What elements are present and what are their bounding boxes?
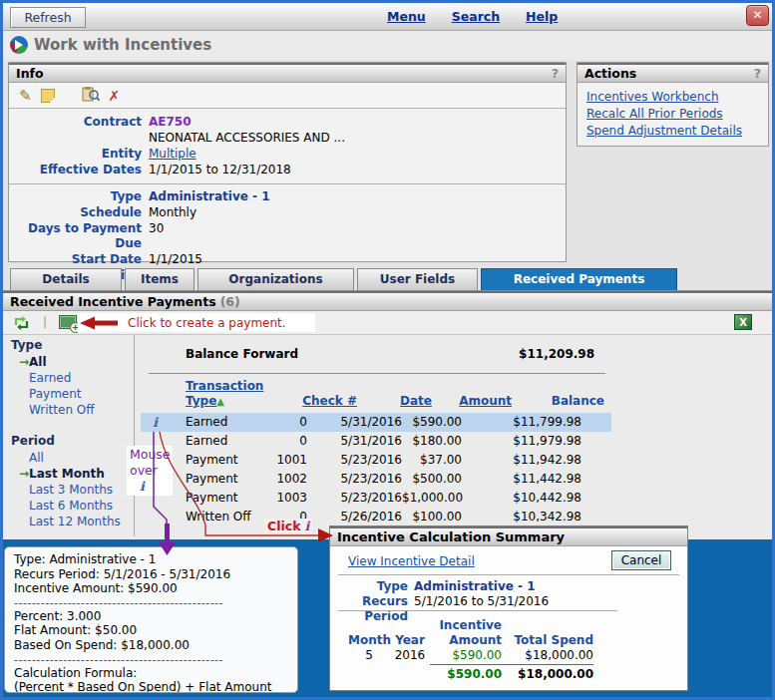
spend-adjustment-details-link[interactable]: Spend Adjustment Details [586, 124, 742, 138]
schedule-value: Monthly [149, 205, 196, 220]
filter-type-all[interactable]: → All [11, 354, 135, 370]
table-header-row: Transaction Type▲ Check # Date Amount Ba… [141, 379, 611, 409]
balance-forward-value: $11,209.98 [519, 347, 594, 361]
filter-sidebar: Type → All Earned Payment Written Off Pe… [11, 338, 135, 529]
tab-details[interactable]: Details [10, 268, 122, 290]
info-help-icon[interactable]: ? [552, 66, 559, 81]
entity-label: Entity [9, 147, 149, 162]
red-left-arrow-icon [78, 316, 120, 330]
start-date-label: Start Date [9, 252, 149, 267]
create-payment-annotation: Click to create a payment. [78, 313, 315, 332]
filter-period-last-6-months[interactable]: Last 6 Months [11, 498, 135, 514]
view-incentive-detail-link[interactable]: View Incentive Detail [348, 554, 475, 568]
tab-organizations[interactable]: Organizations [197, 268, 354, 290]
filter-type-payment-label: Payment [29, 387, 82, 401]
field-contract: Contract AE750 [9, 115, 566, 130]
filter-period-last-6-months-label: Last 6 Months [29, 499, 113, 513]
table-row[interactable]: Written Off 0 5/26/2016 $100.00 $10,342.… [141, 508, 611, 526]
refresh-button[interactable]: Refresh [10, 7, 86, 28]
filter-type-written-off-label: Written Off [29, 403, 95, 417]
help-link[interactable]: Help [526, 9, 558, 24]
tab-received-payments[interactable]: Received Payments [481, 268, 677, 291]
days-to-payment-label: Days to Payment Due [9, 221, 149, 251]
info-icon: i [140, 479, 145, 494]
note-icon[interactable] [41, 89, 55, 103]
menu-link[interactable]: Menu [387, 9, 426, 24]
click-i-annotation: Clicki [264, 519, 312, 533]
summary-col-incentive-line1: Incentive [430, 618, 502, 633]
summary-type-value: Administrative - 1 [414, 579, 536, 594]
page-title: Work with Incentives [34, 31, 211, 60]
filter-type-title: Type [11, 338, 135, 354]
filter-period-last-3-months[interactable]: Last 3 Months [11, 482, 135, 498]
summary-panel-title: Incentive Calculation Summary [337, 529, 565, 544]
column-amount[interactable]: Amount [432, 394, 512, 409]
title-bar: Work with Incentives [3, 31, 772, 60]
tab-items[interactable]: Items [125, 268, 194, 290]
summary-col-total-spend: Total Spend [502, 633, 593, 648]
top-toolbar: Refresh Menu Search Help ✕ [3, 3, 772, 31]
summary-type-row: Type Administrative - 1 [330, 579, 687, 594]
incentives-workbench-link[interactable]: Incentives Workbench [586, 90, 719, 104]
table-row[interactable]: Payment 1002 5/23/2016 $500.00 $11,442.9… [141, 470, 611, 489]
schedule-label: Schedule [9, 205, 149, 220]
sort-asc-icon: ▲ [216, 396, 224, 407]
filter-period-title: Period [11, 434, 135, 450]
info-divider [9, 183, 566, 184]
tooltip-divider: ----------------------------------------… [14, 596, 288, 609]
summary-panel-header: Incentive Calculation Summary [330, 526, 687, 546]
actions-panel-title: Actions [584, 66, 636, 81]
start-date-value: 1/1/2015 [149, 252, 202, 267]
column-transaction-type[interactable]: Transaction Type▲ [141, 379, 290, 409]
incentive-tooltip: Type: Administrative - 1 Recurs Period: … [4, 546, 298, 693]
contract-link[interactable]: AE750 [149, 115, 192, 130]
recalc-prior-periods-link[interactable]: Recalc All Prior Periods [586, 107, 723, 121]
filter-period-all[interactable]: All [11, 450, 135, 466]
filter-period-last-12-months[interactable]: Last 12 Months [11, 514, 135, 529]
table-row[interactable]: Payment 1001 5/23/2016 $37.00 $11,942.98 [141, 451, 611, 470]
field-effective-dates: Effective Dates 1/1/2015 to 12/31/2018 [9, 163, 566, 177]
actions-panel: Actions ? Incentives Workbench Recalc Al… [577, 62, 769, 147]
filter-period-last-month-label: Last Month [29, 467, 105, 481]
column-check[interactable]: Check # [290, 394, 357, 409]
create-payment-button[interactable]: + [59, 315, 77, 329]
app-logo-icon [10, 36, 28, 54]
actions-panel-header: Actions ? [578, 63, 768, 83]
table-row[interactable]: Earned 0 5/31/2016 $180.00 $11,979.98 [141, 432, 611, 451]
summary-table: Incentive Month Year Amount Total Spend … [348, 618, 593, 682]
edit-pencil-icon[interactable]: ✎ [19, 87, 32, 105]
contract-label: Contract [9, 115, 149, 130]
cancel-button[interactable]: Cancel [611, 550, 671, 570]
entity-multiple-link[interactable]: Multiple [149, 147, 196, 162]
tab-user-fields[interactable]: User Fields [357, 268, 478, 290]
column-transaction-line2: Type [186, 394, 216, 408]
filter-period-last-month[interactable]: → Last Month [11, 466, 135, 482]
delete-cross-icon[interactable]: ✗ [109, 88, 121, 104]
summary-year-value: 2016 [390, 648, 430, 665]
summary-incentive-total: $590.00 [430, 667, 502, 682]
filter-type-written-off[interactable]: Written Off [11, 402, 135, 418]
contract-description: NEONATAL ACCESSORIES AND ... [149, 131, 345, 146]
selected-arrow-icon: → [11, 355, 29, 369]
actions-help-icon[interactable]: ? [754, 66, 761, 81]
excel-export-icon[interactable]: X [734, 314, 752, 330]
column-date[interactable]: Date [357, 394, 432, 409]
filter-type-earned[interactable]: Earned [11, 370, 135, 386]
table-row[interactable]: i Earned 0 5/31/2016 $590.00 $11,799.98 [141, 413, 611, 432]
payments-table: Balance Forward $11,209.98 Transaction T… [141, 335, 611, 536]
summary-incentive-value[interactable]: $590.00 [430, 648, 502, 665]
search-link[interactable]: Search [452, 9, 500, 24]
close-button[interactable]: ✕ [746, 5, 769, 26]
filter-type-payment[interactable]: Payment [11, 386, 135, 402]
summary-divider [338, 574, 679, 575]
type-label: Type [9, 189, 149, 204]
summary-month-value: 5 [348, 648, 390, 665]
filter-table-divider [134, 335, 135, 536]
effective-dates-value: 1/1/2015 to 12/31/2018 [149, 163, 291, 177]
balance-forward-row: Balance Forward $11,209.98 [141, 347, 611, 361]
audit-search-icon[interactable] [82, 87, 100, 105]
table-row[interactable]: Payment 1003 5/23/2016 $1,000.00 $10,442… [141, 489, 611, 508]
info-icon[interactable]: i [153, 415, 158, 430]
refresh-payments-icon[interactable] [13, 315, 30, 334]
summary-type-label: Type [330, 579, 414, 594]
